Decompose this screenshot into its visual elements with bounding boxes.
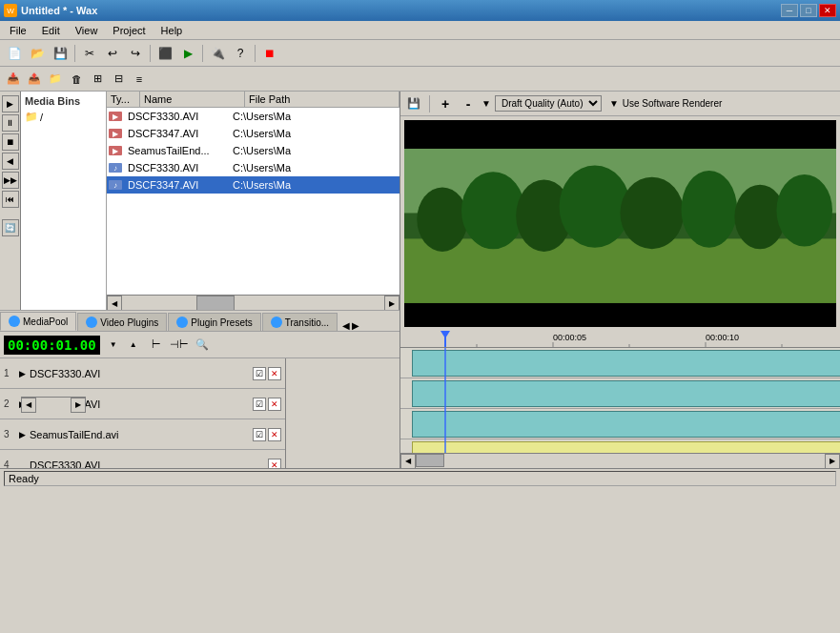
separator-1 <box>74 45 75 62</box>
transitions-tab-icon <box>271 316 282 328</box>
track-close-4[interactable]: ✕ <box>268 459 281 469</box>
track-expand-3[interactable]: ▶ <box>19 430 26 439</box>
storyboard-view-button[interactable]: ⊟ <box>109 70 128 89</box>
split-clip-button[interactable]: ⊢ <box>147 336 166 355</box>
play-button[interactable]: ▶ <box>2 95 19 112</box>
menu-view[interactable]: View <box>68 23 106 38</box>
remove-media-button[interactable]: 📤 <box>25 70 44 89</box>
new-button[interactable]: 📄 <box>4 43 25 64</box>
scroll-thumb-files[interactable] <box>196 296 235 310</box>
track-close-2[interactable]: ✕ <box>268 398 281 411</box>
undo-button[interactable]: ↩ <box>102 43 123 64</box>
tab-scroll-right[interactable]: ▶ <box>352 320 359 331</box>
preview-zoom-out[interactable]: - <box>459 94 478 113</box>
time-step-down[interactable]: ▼ <box>104 336 123 355</box>
add-bin-button[interactable]: 📁 <box>46 70 65 89</box>
mediapool-tab-icon <box>9 316 20 327</box>
track-close-3[interactable]: ✕ <box>268 428 281 441</box>
tab-scroll-left[interactable]: ◀ <box>342 320 350 331</box>
menu-edit[interactable]: Edit <box>34 23 68 38</box>
tl-scroll-left[interactable]: ◀ <box>400 454 416 469</box>
menu-project[interactable]: Project <box>105 23 153 38</box>
svg-point-10 <box>776 174 832 247</box>
clip-1[interactable] <box>412 350 840 377</box>
file-row-3[interactable]: ▶ SeamusTailEnd... C:\Users\Ma <box>107 142 400 159</box>
stop-button[interactable]: ⏹ <box>259 43 280 64</box>
header-path[interactable]: File Path <box>245 92 400 107</box>
tab-videoplugins-label: Video Plugins <box>100 317 158 328</box>
file-path-3: C:\Users\Ma <box>229 144 400 157</box>
remove-bin-button[interactable]: 🗑 <box>67 70 86 89</box>
plugins-button[interactable]: 🔌 <box>207 43 228 64</box>
minimize-button[interactable]: ─ <box>781 4 798 17</box>
track-enable-3[interactable]: ☑ <box>253 428 266 441</box>
scroll-right-files[interactable]: ▶ <box>384 296 400 310</box>
header-type[interactable]: Ty... <box>107 92 140 107</box>
track-icons-2: ☑ ✕ <box>253 398 281 411</box>
track-enable-1[interactable]: ☑ <box>253 367 266 380</box>
svg-point-7 <box>621 177 685 250</box>
file-row-5[interactable]: ♪ DSCF3347.AVI C:\Users\Ma <box>107 176 400 194</box>
time-display: 00:00:01.00 <box>4 336 100 355</box>
view-mode-button[interactable]: ⊞ <box>88 70 107 89</box>
tl-scroll-right[interactable]: ▶ <box>825 454 840 469</box>
file-row-1[interactable]: ▶ DSCF3330.AVI C:\Users\Ma <box>107 108 400 125</box>
tab-plugin-presets[interactable]: Plugin Presets <box>168 313 260 331</box>
pause-button[interactable]: ⏸ <box>2 114 19 132</box>
file-row-4[interactable]: ♪ DSCF3330.AVI C:\Users\Ma <box>107 159 400 176</box>
tab-transitions[interactable]: Transitio... <box>262 313 338 331</box>
cut-tool-button[interactable]: ✂ <box>79 43 100 64</box>
menu-file[interactable]: File <box>2 23 34 38</box>
file-list: Ty... Name File Path ▶ DSCF3330.AVI C:\U… <box>107 92 400 310</box>
redo-button[interactable]: ↪ <box>125 43 146 64</box>
scroll-left-files[interactable]: ◀ <box>107 296 122 310</box>
track-num-4: 4 <box>4 459 15 468</box>
trim-button[interactable]: ⊣⊢ <box>170 336 189 355</box>
timeline-hscrollbar: ◀ ▶ <box>400 453 840 468</box>
svg-point-3 <box>417 187 467 251</box>
tab-mediapool[interactable]: MediaPool <box>0 312 76 331</box>
add-media-button[interactable]: 📥 <box>4 70 23 89</box>
go-start-button[interactable]: ⏮ <box>2 191 19 208</box>
stop-playback-button[interactable]: ⏹ <box>2 133 19 151</box>
pluginpresets-tab-icon <box>176 316 188 328</box>
maximize-button[interactable]: □ <box>800 4 817 17</box>
clip-3[interactable] <box>412 411 840 438</box>
open-button[interactable]: 📂 <box>27 43 48 64</box>
track-expand-1[interactable]: ▶ <box>19 369 26 378</box>
menu-help[interactable]: Help <box>154 23 191 38</box>
grid-view-button[interactable]: ≡ <box>130 70 149 89</box>
step-back-button[interactable]: ◀ <box>2 153 19 170</box>
preview-zoom-in[interactable]: + <box>436 94 455 113</box>
track-icons-1: ☑ ✕ <box>253 367 281 380</box>
quality-select[interactable]: Draft Quality (Auto) Full Quality <box>495 95 602 112</box>
timeline-ruler: 00:00:05 00:00:10 <box>400 331 840 348</box>
capture-button[interactable]: ⬛ <box>154 43 175 64</box>
render-button[interactable]: ▶ <box>177 43 198 64</box>
media-bins-panel: Media Bins 📁 / ◀ ▶ <box>21 92 107 310</box>
loop-button[interactable]: 🔄 <box>2 219 19 236</box>
media-bins-root[interactable]: 📁 / <box>23 109 104 125</box>
window-title: Untitled * - Wax <box>21 5 97 16</box>
time-controls: ▼ ▲ <box>104 336 143 355</box>
time-step-up[interactable]: ▲ <box>124 336 143 355</box>
preview-save-frame[interactable]: 💾 <box>404 94 423 113</box>
preview-toolbar: 💾 + - ▼ Draft Quality (Auto) Full Qualit… <box>400 92 840 116</box>
fast-forward-button[interactable]: ▶▶ <box>2 172 19 189</box>
help-button[interactable]: ? <box>230 43 251 64</box>
track-close-1[interactable]: ✕ <box>268 367 281 380</box>
file-name-3: SeamusTailEnd... <box>124 144 229 157</box>
clip-4[interactable] <box>412 441 840 453</box>
header-name[interactable]: Name <box>140 92 245 107</box>
filelist-hscrollbar[interactable]: ◀ ▶ <box>107 295 400 310</box>
zoom-timeline-button[interactable]: 🔍 <box>193 336 212 355</box>
close-button[interactable]: ✕ <box>819 4 836 17</box>
tab-video-plugins[interactable]: Video Plugins <box>77 313 167 331</box>
tl-scroll-thumb[interactable] <box>416 454 444 467</box>
save-button[interactable]: 💾 <box>50 43 71 64</box>
file-row-2[interactable]: ▶ DSCF3347.AVI C:\Users\Ma <box>107 125 400 142</box>
file-path-4: C:\Users\Ma <box>229 161 400 174</box>
clip-2[interactable] <box>412 380 840 407</box>
status-bar: Ready <box>0 468 840 487</box>
track-enable-2[interactable]: ☑ <box>253 398 266 411</box>
